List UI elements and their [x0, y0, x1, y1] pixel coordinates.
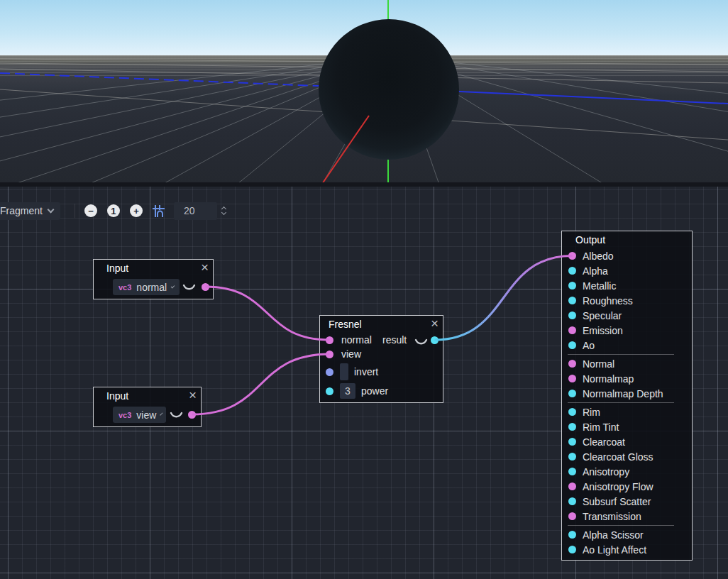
port-roughness-input[interactable] — [568, 297, 576, 304]
port-view-output[interactable] — [188, 411, 196, 419]
output-port-row: Alpha — [562, 263, 692, 278]
port-result-output[interactable] — [431, 336, 439, 344]
port-normalmap-depth-input[interactable] — [568, 390, 576, 397]
port-anisotropy-input[interactable] — [568, 468, 576, 475]
wire-fresnel-result-out-to-output-albedo-in — [435, 256, 573, 341]
output-port-row: Transmission — [562, 509, 692, 524]
port-alpha-scissor-input[interactable] — [568, 531, 576, 539]
node-title: Input — [106, 263, 128, 274]
port-invert-input[interactable] — [326, 368, 333, 376]
port-normal-output[interactable] — [202, 283, 209, 291]
port-view-input[interactable] — [326, 351, 333, 358]
node-input-view[interactable]: Input × vc3 view — [93, 387, 202, 427]
output-port-row: Normal — [562, 356, 692, 371]
port-albedo-input[interactable] — [568, 252, 576, 260]
invert-checkbox[interactable] — [340, 363, 348, 380]
output-port-label: Rim — [583, 407, 600, 418]
output-port-list: AlbedoAlphaMetallicRoughnessSpecularEmis… — [562, 248, 692, 557]
output-port-label: Normal — [583, 358, 614, 370]
output-port-row: Metallic — [562, 278, 692, 293]
output-port-label: Normalmap — [583, 373, 634, 385]
output-port-row: Subsurf Scatter — [562, 494, 692, 509]
port-emission-input[interactable] — [568, 326, 576, 334]
port-label: view — [341, 348, 361, 360]
node-title: Input — [106, 390, 128, 402]
close-icon[interactable]: × — [189, 388, 197, 402]
shader-graph-canvas[interactable]: Fragment − 1 + 20 — [0, 187, 728, 579]
node-title: Fresnel — [329, 319, 362, 330]
output-port-row: Clearcoat — [562, 434, 692, 449]
output-port-label: Emission — [583, 325, 623, 336]
output-port-label: Alpha Scissor — [583, 529, 644, 541]
port-group-separator — [568, 354, 674, 355]
port-transmission-input[interactable] — [568, 512, 576, 520]
input-source-value: view — [136, 409, 156, 421]
port-label: power — [361, 385, 388, 397]
snap-distance-input[interactable]: 20 — [174, 202, 217, 220]
port-group-separator — [568, 525, 674, 526]
snap-distance-stepper[interactable] — [222, 207, 226, 214]
port-label: invert — [354, 366, 378, 377]
graph-toolbar: Fragment − 1 + 20 — [0, 201, 226, 221]
port-metallic-input[interactable] — [568, 282, 576, 290]
zoom-in-button[interactable]: + — [130, 204, 143, 217]
snap-toggle-button[interactable] — [152, 204, 165, 218]
port-ao-input[interactable] — [568, 341, 576, 349]
port-clearcoat-input[interactable] — [568, 438, 576, 446]
port-normal-input[interactable] — [568, 360, 576, 368]
port-normalmap-input[interactable] — [568, 375, 576, 382]
port-power-input[interactable] — [326, 387, 333, 395]
port-subsurf-scatter-input[interactable] — [568, 497, 576, 505]
node-output[interactable]: Output AlbedoAlphaMetallicRoughnessSpecu… — [561, 231, 693, 561]
port-group-separator — [568, 402, 674, 403]
output-port-label: Normalmap Depth — [583, 388, 663, 399]
output-port-row: Ao Light Affect — [562, 542, 692, 557]
node-title: Output — [575, 234, 605, 246]
chevron-down-icon — [47, 206, 54, 214]
shader-mode-dropdown[interactable]: Fragment — [0, 202, 60, 220]
port-preview-arrow-icon[interactable] — [182, 283, 197, 292]
port-label: normal — [341, 334, 372, 346]
wire-input-normal-out-to-fresnel-normal-in — [206, 287, 330, 340]
port-normal-input[interactable] — [326, 336, 333, 344]
port-rim-tint-input[interactable] — [568, 423, 576, 431]
port-ao-light-affect-input[interactable] — [568, 546, 576, 553]
output-port-label: Specular — [583, 310, 622, 321]
node-fresnel[interactable]: Fresnel × normal result view invert 3 po… — [319, 315, 443, 403]
chevron-down-icon — [221, 210, 226, 215]
output-port-row: Normalmap Depth — [562, 386, 692, 401]
output-port-label: Roughness — [583, 295, 633, 307]
output-port-row: Anisotropy Flow — [562, 479, 692, 494]
power-value: 3 — [345, 385, 351, 397]
zoom-reset-button[interactable]: 1 — [107, 204, 120, 217]
output-port-label: Clearcoat — [583, 436, 625, 448]
input-source-dropdown[interactable]: vc3 view — [113, 407, 166, 423]
snap-grid-icon — [152, 204, 165, 218]
output-port-row: Emission — [562, 323, 692, 338]
zoom-out-button[interactable]: − — [84, 204, 97, 217]
output-port-row: Anisotropy — [562, 464, 692, 479]
input-source-value: normal — [136, 282, 167, 293]
port-anisotropy-flow-input[interactable] — [568, 482, 576, 490]
output-port-row: Normalmap — [562, 371, 692, 386]
output-port-label: Ao — [583, 340, 595, 351]
input-source-dropdown[interactable]: vc3 normal — [113, 279, 180, 295]
close-icon[interactable]: × — [201, 260, 209, 275]
port-specular-input[interactable] — [568, 311, 576, 319]
port-preview-arrow-icon[interactable] — [414, 338, 429, 347]
output-port-label: Anisotropy Flow — [583, 481, 653, 492]
port-clearcoat-gloss-input[interactable] — [568, 453, 576, 461]
output-port-label: Alpha — [583, 265, 608, 277]
3d-preview-viewport[interactable] — [0, 0, 728, 182]
output-port-label: Transmission — [583, 511, 641, 522]
port-alpha-input[interactable] — [568, 267, 576, 275]
node-input-normal[interactable]: Input × vc3 normal — [93, 259, 214, 299]
shader-mode-label: Fragment — [0, 205, 43, 216]
output-port-label: Metallic — [583, 280, 616, 292]
power-value-input[interactable]: 3 — [340, 383, 355, 399]
output-port-row: Alpha Scissor — [562, 527, 692, 542]
wire-input-view-out-to-fresnel-view-in — [192, 354, 330, 414]
port-preview-arrow-icon[interactable] — [169, 411, 184, 420]
close-icon[interactable]: × — [431, 316, 439, 331]
port-rim-input[interactable] — [568, 408, 576, 416]
